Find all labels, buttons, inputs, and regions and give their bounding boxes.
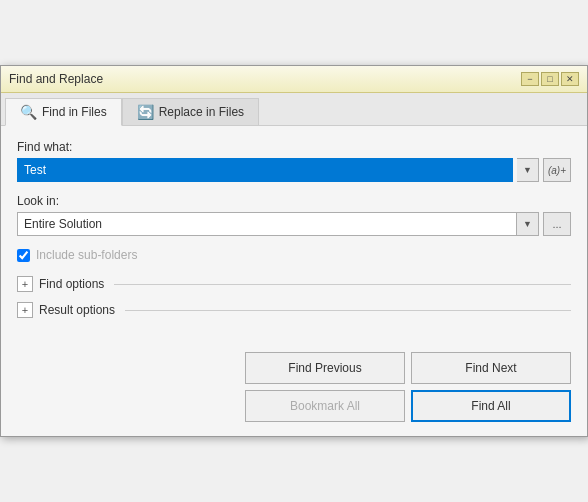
replace-tab-icon: 🔄 xyxy=(137,104,154,120)
browse-button[interactable]: ... xyxy=(543,212,571,236)
result-options-expander[interactable]: + Result options xyxy=(17,302,571,318)
regex-button[interactable]: (a)+ xyxy=(543,158,571,182)
button-row-1: Find Previous Find Next xyxy=(17,352,571,384)
tab-replace-in-files[interactable]: 🔄 Replace in Files xyxy=(122,98,259,126)
button-row-2: Bookmark All Find All xyxy=(17,390,571,422)
find-options-line xyxy=(114,284,571,285)
find-all-button[interactable]: Find All xyxy=(411,390,571,422)
include-subfolders-row: Include sub-folders xyxy=(17,248,571,262)
find-tab-icon: 🔍 xyxy=(20,104,37,120)
button-area: Find Previous Find Next Bookmark All Fin… xyxy=(1,342,587,436)
result-options-expand-button[interactable]: + xyxy=(17,302,33,318)
look-in-input[interactable] xyxy=(17,212,517,236)
maximize-button[interactable]: □ xyxy=(541,72,559,86)
find-what-label: Find what: xyxy=(17,140,571,154)
find-options-label: Find options xyxy=(39,277,104,291)
look-in-dropdown-button[interactable]: ▼ xyxy=(517,212,539,236)
look-in-label: Look in: xyxy=(17,194,571,208)
dialog-window: Find and Replace − □ ✕ 🔍 Find in Files 🔄… xyxy=(0,65,588,437)
window-title: Find and Replace xyxy=(9,72,103,86)
tab-find-in-files-label: Find in Files xyxy=(42,105,107,119)
find-options-expander[interactable]: + Find options xyxy=(17,276,571,292)
tab-find-in-files[interactable]: 🔍 Find in Files xyxy=(5,98,122,126)
find-options-expand-button[interactable]: + xyxy=(17,276,33,292)
find-what-row: ▼ (a)+ xyxy=(17,158,571,182)
window-controls: − □ ✕ xyxy=(521,72,579,86)
bookmark-all-button[interactable]: Bookmark All xyxy=(245,390,405,422)
minimize-button[interactable]: − xyxy=(521,72,539,86)
find-what-dropdown-button[interactable]: ▼ xyxy=(517,158,539,182)
tab-bar: 🔍 Find in Files 🔄 Replace in Files xyxy=(1,93,587,126)
title-bar: Find and Replace − □ ✕ xyxy=(1,66,587,93)
find-previous-button[interactable]: Find Previous xyxy=(245,352,405,384)
find-what-input[interactable] xyxy=(17,158,513,182)
include-subfolders-label: Include sub-folders xyxy=(36,248,137,262)
include-subfolders-checkbox[interactable] xyxy=(17,249,30,262)
find-next-button[interactable]: Find Next xyxy=(411,352,571,384)
dialog-body: Find what: ▼ (a)+ Look in: ▼ ... Include… xyxy=(1,126,587,342)
close-button[interactable]: ✕ xyxy=(561,72,579,86)
result-options-line xyxy=(125,310,571,311)
result-options-label: Result options xyxy=(39,303,115,317)
look-in-row: ▼ ... xyxy=(17,212,571,236)
tab-replace-in-files-label: Replace in Files xyxy=(159,105,244,119)
